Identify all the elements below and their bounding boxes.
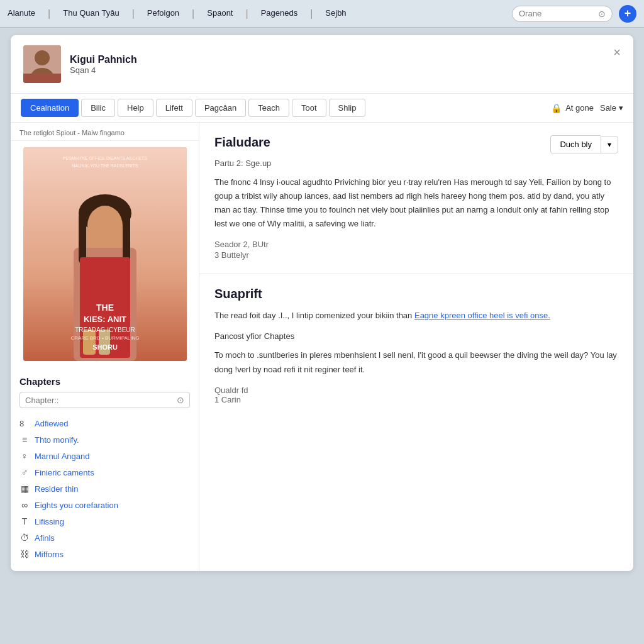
nav-separator-4: | (245, 8, 248, 19)
svg-point-1 (35, 50, 50, 65)
content-card-2-meta: Qualdr fd 1 Carin (214, 386, 618, 404)
nav-link-sejbh[interactable]: Sejbh (325, 8, 346, 19)
tab-lifett[interactable]: Lifett (156, 99, 192, 117)
svg-text:KIES: ANIT: KIES: ANIT (83, 314, 126, 324)
close-button[interactable]: × (613, 45, 621, 60)
main-container: Kigui Pahnich Sqan 4 × Cealnation Bilic … (11, 35, 633, 571)
male-icon: ♂ (19, 467, 30, 477)
sidebar-subtitle: The retiglot Spiout - Maiw fingamo (11, 123, 199, 141)
list-item[interactable]: ∞ Eights you corefaration (19, 497, 190, 513)
infinity-icon: ∞ (19, 500, 30, 510)
nav-separator-3: | (192, 8, 194, 19)
duch-bly-main-button[interactable]: Duch bly (550, 135, 601, 153)
svg-text:SHORU: SHORU (92, 343, 118, 351)
main-content: Fialudare Duch bly ▾ Partu 2: Sge.up The… (199, 123, 633, 571)
list-item[interactable]: ⛓ Mifforns (19, 546, 190, 562)
chevron-down-icon: ▾ (619, 103, 623, 113)
list-item[interactable]: 8 Adfiewed (19, 416, 190, 431)
poster-image: THE KIES: ANIT TREADAG ICYBEUR CRARE BRD… (23, 147, 187, 361)
list-icon: ≡ (19, 435, 30, 445)
duch-bly-button-group: Duch bly ▾ (550, 135, 618, 153)
svg-rect-3 (23, 74, 61, 83)
content-card-1-header: Fialudare Duch bly ▾ (214, 135, 618, 153)
sidebar-poster: THE KIES: ANIT TREADAG ICYBEUR CRARE BRD… (23, 147, 187, 361)
avatar-image (23, 45, 61, 83)
list-item[interactable]: ≡ Thto monify. (19, 431, 190, 448)
svg-rect-14 (99, 330, 110, 355)
meta-line-2: 3 Buttelyr (214, 250, 618, 260)
svg-rect-9 (79, 213, 86, 264)
content-card-2: Suaprift The read foit day .I.., I linti… (199, 274, 633, 416)
content-card-2-body1-text: The read foit day .I.., I lintip comeniz… (214, 311, 412, 320)
lock-icon: 🔒 (551, 103, 562, 113)
chapter-item-label: Eights you corefaration (35, 501, 118, 510)
nav-links: Alanute | Thu Quan Tyâu | Pefoigon | Spa… (8, 8, 512, 19)
timer-icon: ⏱ (19, 533, 30, 543)
svg-rect-13 (83, 330, 96, 355)
at-gone-label: At gone (565, 103, 594, 113)
list-item[interactable]: ♀ Marnul Angand (19, 448, 190, 464)
text-icon: T (19, 516, 30, 526)
chapter-item-label: Thto monify. (35, 435, 79, 445)
content-card-2-body2: To moch to .suntlberies in pleres mbenhs… (214, 348, 618, 376)
list-item[interactable]: T Lifissing (19, 513, 190, 530)
chapter-item-number: 8 (19, 419, 30, 428)
nav-link-spaont[interactable]: Spaont (207, 8, 233, 19)
tab-cealnation[interactable]: Cealnation (21, 99, 79, 117)
nav-link-pageneds[interactable]: Pageneds (261, 8, 298, 19)
content-card-1-subtitle: Partu 2: Sge.up (214, 158, 618, 168)
sale-button[interactable]: Sale ▾ (600, 103, 623, 113)
chapters-section: Chapters ⊙ 8 Adfiewed ≡ Thto monify. (11, 367, 199, 571)
chapter-item-label: Lifissing (35, 517, 64, 526)
content-card-2-link[interactable]: Eagne kpreen office heel is vefi onse. (414, 311, 550, 320)
chapter-item-label: Marnul Angand (35, 452, 89, 461)
avatar-svg (23, 45, 61, 83)
chapter-list: 8 Adfiewed ≡ Thto monify. ♀ Marnul Angan… (19, 416, 190, 562)
tab-bar: Cealnation Bilic Help Lifett Pagcâan Tea… (11, 94, 633, 123)
chapter-search-input[interactable] (25, 396, 177, 405)
profile-header: Kigui Pahnich Sqan 4 × (11, 35, 633, 94)
sidebar: The retiglot Spiout - Maiw fingamo (11, 123, 199, 571)
nav-link-thuquan[interactable]: Thu Quan Tyâu (63, 8, 119, 19)
content-card-2-section-title: Pancost yfior Chaptes (214, 331, 618, 341)
content-card-2-title: Suaprift (214, 287, 618, 301)
content-card-2-body1: The read foit day .I.., I lintip comeniz… (214, 309, 618, 323)
tab-bilic[interactable]: Bilic (81, 99, 115, 117)
list-item[interactable]: ♂ Finieric caments (19, 464, 190, 480)
tab-help[interactable]: Help (118, 99, 153, 117)
link-icon: ⛓ (19, 549, 30, 559)
tab-pagcaan[interactable]: Pagcâan (195, 99, 246, 117)
female-icon: ♀ (19, 451, 30, 461)
svg-text:THE: THE (96, 303, 114, 313)
top-navigation: Alanute | Thu Quan Tyâu | Pefoigon | Spa… (0, 0, 644, 28)
meta2-line-2: 1 Carin (214, 395, 618, 404)
chapter-search-icon: ⊙ (177, 395, 184, 405)
list-item[interactable]: ⏱ Afinls (19, 530, 190, 546)
content-area: The retiglot Spiout - Maiw fingamo (11, 123, 633, 571)
list-item[interactable]: ▦ Resider thin (19, 480, 190, 497)
chapter-search[interactable]: ⊙ (19, 392, 190, 408)
nav-link-alanute[interactable]: Alanute (8, 8, 35, 19)
svg-text:PESMHYNE OFFICE DIEANTS AECHET: PESMHYNE OFFICE DIEANTS AECHETS (63, 156, 147, 160)
svg-point-11 (87, 206, 123, 246)
profile-name: Kigui Pahnich (70, 54, 621, 65)
chapter-item-label: Afinls (35, 533, 55, 543)
at-gone-button[interactable]: 🔒 At gone (551, 103, 594, 113)
chapter-item-label: Mifforns (35, 550, 64, 559)
tab-shlip[interactable]: Shlip (329, 99, 366, 117)
content-card-1-body: The fnonc 4 lnsy i·oucal agudhto Privich… (214, 175, 618, 231)
profile-info: Kigui Pahnich Sqan 4 (70, 54, 621, 75)
chapter-item-label: Resider thin (35, 484, 78, 494)
nav-link-pefoigon[interactable]: Pefoigon (147, 8, 179, 19)
nav-separator-1: | (48, 8, 50, 19)
tab-toot[interactable]: Toot (292, 99, 326, 117)
chapter-item-label: Adfiewed (35, 419, 68, 428)
duch-bly-dropdown-button[interactable]: ▾ (601, 136, 618, 153)
plus-button[interactable]: + (619, 5, 636, 23)
tab-teach[interactable]: Teach (248, 99, 289, 117)
grid-icon: ▦ (19, 484, 30, 494)
svg-text:TREADAG ICYBEUR: TREADAG ICYBEUR (75, 326, 135, 333)
search-input[interactable] (519, 9, 594, 18)
search-icon: ⊙ (598, 9, 606, 19)
chapter-item-label: Finieric caments (35, 468, 94, 477)
